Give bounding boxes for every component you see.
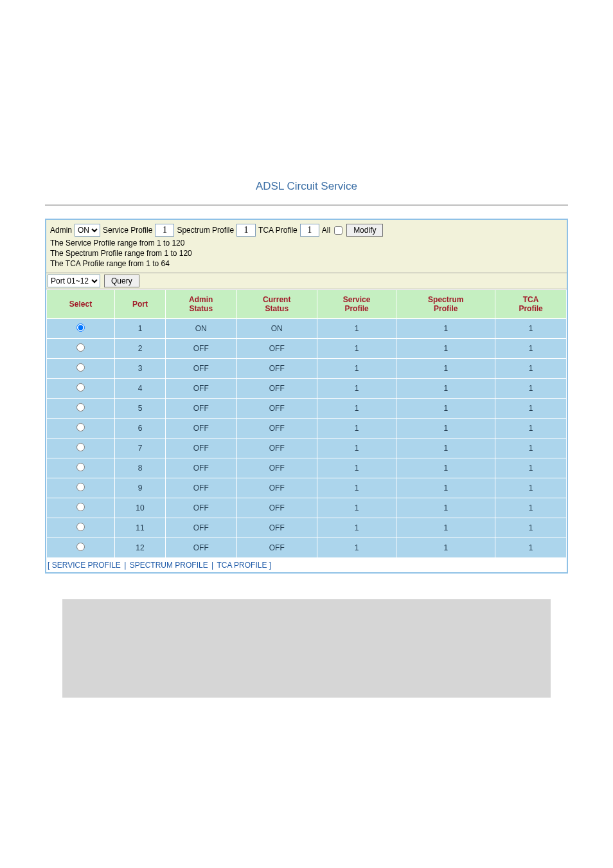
cell-tca-profile: 1 (495, 478, 567, 498)
th-service-profile: ServiceProfile (317, 290, 396, 319)
description-table (62, 599, 551, 698)
cell-spectrum-profile: 1 (396, 518, 495, 538)
cell-tca-profile: 1 (495, 419, 567, 439)
all-checkbox[interactable] (334, 226, 342, 235)
cell-current-status: OFF (236, 419, 317, 439)
cell-port: 4 (115, 379, 166, 399)
cell-service-profile: 1 (317, 419, 396, 439)
cell-port: 6 (115, 419, 166, 439)
table-row: 4OFFOFF111 (47, 379, 567, 399)
tca-profile-input[interactable] (300, 224, 319, 237)
cell-admin-status: OFF (165, 399, 236, 419)
cell-admin-status: OFF (165, 359, 236, 379)
cell-service-profile: 1 (317, 518, 396, 538)
cell-port: 3 (115, 359, 166, 379)
th-current-status: CurrentStatus (236, 290, 317, 319)
cell-port: 8 (115, 458, 166, 478)
table-row: 10OFFOFF111 (47, 498, 567, 518)
cell-admin-status: OFF (165, 339, 236, 359)
cell-service-profile: 1 (317, 478, 396, 498)
cell-spectrum-profile: 1 (396, 359, 495, 379)
row-select-radio[interactable] (76, 523, 85, 531)
hint-spectrum: The Spectrum Profile range from 1 to 120 (50, 248, 563, 258)
cell-admin-status: OFF (165, 458, 236, 478)
table-row: 12OFFOFF111 (47, 538, 567, 558)
row-select-radio[interactable] (76, 363, 85, 372)
cell-tca-profile: 1 (495, 538, 567, 558)
cell-spectrum-profile: 1 (396, 339, 495, 359)
cell-tca-profile: 1 (495, 498, 567, 518)
service-profile-input[interactable] (155, 224, 174, 237)
spectrum-profile-label: Spectrum Profile (177, 226, 234, 235)
cell-port: 7 (115, 439, 166, 458)
row-select-radio[interactable] (76, 423, 85, 431)
link-spectrum-profile[interactable]: SPECTRUM PROFILE (130, 561, 208, 570)
cell-spectrum-profile: 1 (396, 478, 495, 498)
row-select-radio[interactable] (76, 403, 85, 411)
link-tca-profile[interactable]: TCA PROFILE (217, 561, 267, 570)
query-button[interactable]: Query (104, 275, 139, 287)
cell-admin-status: OFF (165, 439, 236, 458)
hint-service: The Service Profile range from 1 to 120 (50, 238, 563, 248)
cell-tca-profile: 1 (495, 379, 567, 399)
cell-admin-status: OFF (165, 379, 236, 399)
cell-admin-status: OFF (165, 518, 236, 538)
cell-current-status: OFF (236, 478, 317, 498)
cell-service-profile: 1 (317, 458, 396, 478)
cell-admin-status: OFF (165, 419, 236, 439)
row-select-radio[interactable] (76, 383, 85, 392)
cell-admin-status: OFF (165, 498, 236, 518)
row-select-radio[interactable] (76, 483, 85, 491)
table-row: 8OFFOFF111 (47, 458, 567, 478)
row-select-radio[interactable] (76, 543, 85, 551)
table-row: 11OFFOFF111 (47, 518, 567, 538)
row-select-radio[interactable] (76, 443, 85, 451)
admin-select[interactable]: ON (75, 224, 100, 237)
cell-current-status: OFF (236, 518, 317, 538)
link-service-profile[interactable]: SERVICE PROFILE (52, 561, 121, 570)
cell-tca-profile: 1 (495, 319, 567, 339)
cell-service-profile: 1 (317, 439, 396, 458)
cell-tca-profile: 1 (495, 339, 567, 359)
cell-service-profile: 1 (317, 498, 396, 518)
cell-current-status: OFF (236, 439, 317, 458)
table-row: 6OFFOFF111 (47, 419, 567, 439)
row-select-radio[interactable] (76, 323, 85, 332)
panel: Admin ON Service Profile Spectrum Profil… (45, 219, 568, 574)
cell-port: 9 (115, 478, 166, 498)
cell-tca-profile: 1 (495, 458, 567, 478)
service-profile-label: Service Profile (103, 226, 152, 235)
title-divider (45, 204, 568, 206)
modify-button[interactable]: Modify (346, 224, 383, 237)
tca-profile-label: TCA Profile (258, 226, 298, 235)
table-row: 9OFFOFF111 (47, 478, 567, 498)
row-select-radio[interactable] (76, 463, 85, 471)
cell-current-status: ON (236, 319, 317, 339)
profile-links-row: [ SERVICE PROFILE | SPECTRUM PROFILE | T… (46, 558, 567, 572)
port-range-select[interactable]: Port 01~12 (48, 275, 100, 287)
cell-current-status: OFF (236, 458, 317, 478)
row-select-radio[interactable] (76, 503, 85, 511)
cell-spectrum-profile: 1 (396, 458, 495, 478)
th-tca-profile: TCAProfile (495, 290, 567, 319)
th-spectrum-profile: SpectrumProfile (396, 290, 495, 319)
all-label: All (322, 226, 330, 235)
spectrum-profile-input[interactable] (236, 224, 256, 237)
table-row: 3OFFOFF111 (47, 359, 567, 379)
cell-port: 11 (115, 518, 166, 538)
cell-current-status: OFF (236, 399, 317, 419)
cell-port: 1 (115, 319, 166, 339)
cell-spectrum-profile: 1 (396, 419, 495, 439)
cell-service-profile: 1 (317, 538, 396, 558)
cell-spectrum-profile: 1 (396, 498, 495, 518)
th-select: Select (47, 290, 115, 319)
cell-current-status: OFF (236, 359, 317, 379)
cell-admin-status: ON (165, 319, 236, 339)
table-row: 1ONON111 (47, 319, 567, 339)
cell-tca-profile: 1 (495, 518, 567, 538)
port-table: Select Port AdminStatus CurrentStatus Se… (46, 289, 567, 558)
row-select-radio[interactable] (76, 343, 85, 352)
cell-spectrum-profile: 1 (396, 319, 495, 339)
cell-service-profile: 1 (317, 399, 396, 419)
table-row: 7OFFOFF111 (47, 439, 567, 458)
